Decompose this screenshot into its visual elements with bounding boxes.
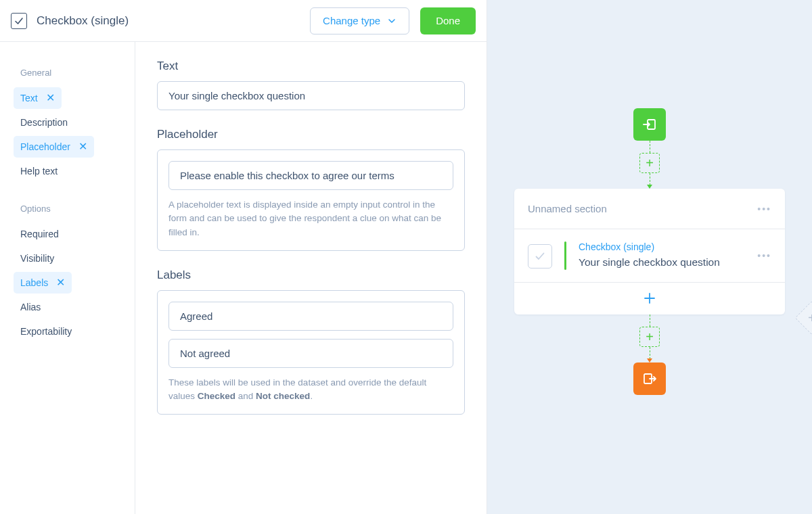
- field-label: Text: [157, 60, 465, 73]
- sidebar-item-label: Labels: [20, 277, 48, 288]
- end-node[interactable]: [633, 363, 666, 395]
- placeholder-hint: A placeholder text is displayed inside a…: [168, 198, 453, 239]
- placeholder-input[interactable]: [168, 161, 453, 190]
- sidebar-item-text[interactable]: Text ✕: [14, 87, 62, 109]
- sidebar-item-label: Placeholder: [20, 141, 70, 152]
- sidebar-item-label: Visibility: [20, 253, 54, 264]
- sidebar-item-help-text[interactable]: Help text: [14, 160, 64, 182]
- section-menu-button[interactable]: •••: [757, 204, 771, 214]
- sidebar-group-general: General: [20, 68, 135, 78]
- sidebar-item-label: Alias: [20, 302, 41, 312]
- canvas-preview[interactable]: + Unnamed section ••• Checkbox (single): [487, 0, 812, 514]
- sidebar-item-labels[interactable]: Labels ✕: [14, 272, 72, 294]
- add-branch-button[interactable]: +: [795, 301, 812, 335]
- add-node-slot[interactable]: +: [639, 153, 660, 173]
- field-text: Text: [157, 60, 465, 110]
- close-icon[interactable]: ✕: [46, 93, 55, 103]
- sidebar-item-placeholder[interactable]: Placeholder ✕: [14, 136, 94, 158]
- sidebar-item-label: Exportability: [20, 326, 72, 337]
- add-question-button[interactable]: [514, 282, 785, 314]
- plus-icon: [643, 291, 656, 305]
- sidebar-item-label: Text: [20, 93, 38, 103]
- editor-title: Checkbox (single): [37, 14, 129, 28]
- question-menu-button[interactable]: •••: [757, 250, 771, 261]
- checkbox-icon: [528, 244, 552, 268]
- plus-icon: +: [646, 156, 654, 170]
- question-card[interactable]: Checkbox (single) Your single checkbox q…: [514, 229, 785, 282]
- field-placeholder: Placeholder A placeholder text is displa…: [157, 128, 465, 251]
- question-title: Your single checkbox question: [579, 255, 745, 270]
- section-card[interactable]: Unnamed section ••• Checkbox (single) Yo…: [514, 189, 785, 314]
- question-type-label: Checkbox (single): [579, 241, 745, 252]
- change-type-label: Change type: [323, 15, 380, 26]
- section-title: Unnamed section: [528, 203, 607, 214]
- sidebar-item-label: Description: [20, 117, 68, 128]
- sidebar-item-exportability[interactable]: Exportability: [14, 321, 78, 342]
- editor-topbar: Checkbox (single) Change type Done: [0, 0, 487, 42]
- sidebar-item-label: Help text: [20, 166, 58, 177]
- checkbox-icon: [11, 13, 27, 29]
- plus-icon: +: [646, 330, 654, 344]
- chevron-down-icon: [387, 16, 397, 26]
- text-input[interactable]: [157, 81, 465, 110]
- field-label: Labels: [157, 268, 465, 282]
- label-checked-input[interactable]: [168, 302, 453, 331]
- sidebar-group-options: Options: [20, 204, 135, 214]
- close-icon[interactable]: ✕: [78, 141, 87, 152]
- plus-icon: +: [808, 311, 812, 325]
- sidebar-item-description[interactable]: Description: [14, 112, 74, 133]
- start-node[interactable]: [633, 108, 666, 141]
- labels-hint: These labels will be used in the dataset…: [168, 376, 453, 404]
- property-sidebar: General Text ✕ Description Placeholder ✕…: [0, 42, 135, 514]
- exit-icon: [641, 371, 658, 387]
- form-area: Text Placeholder A placeholder text is d…: [135, 42, 487, 514]
- change-type-button[interactable]: Change type: [310, 7, 409, 34]
- add-node-slot[interactable]: +: [639, 327, 660, 347]
- close-icon[interactable]: ✕: [56, 277, 65, 288]
- active-indicator: [564, 241, 566, 270]
- sidebar-item-visibility[interactable]: Visibility: [14, 248, 61, 269]
- sidebar-item-label: Required: [20, 229, 59, 239]
- sidebar-item-required[interactable]: Required: [14, 223, 66, 245]
- label-unchecked-input[interactable]: [168, 339, 453, 368]
- sidebar-item-alias[interactable]: Alias: [14, 296, 47, 318]
- done-button[interactable]: Done: [420, 7, 476, 34]
- done-label: Done: [436, 15, 460, 26]
- enter-icon: [641, 116, 658, 133]
- field-labels: Labels These labels will be used in the …: [157, 268, 465, 415]
- field-label: Placeholder: [157, 128, 465, 141]
